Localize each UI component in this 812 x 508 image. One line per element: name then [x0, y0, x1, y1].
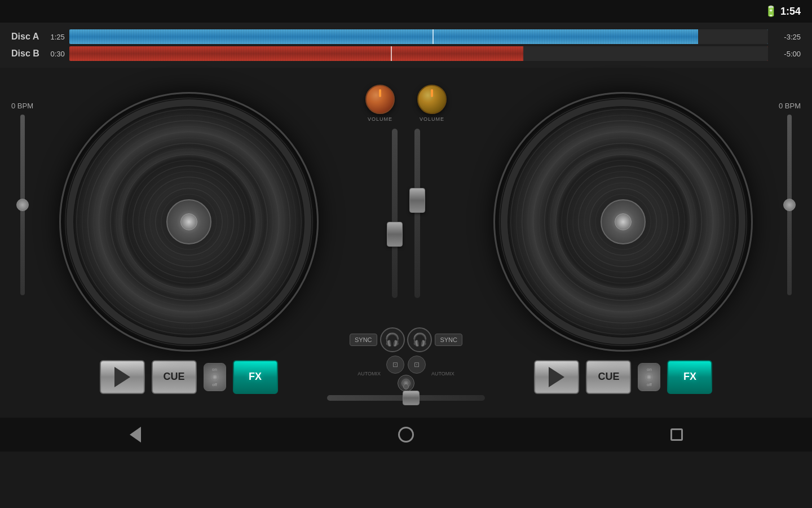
- left-cue-button[interactable]: CUE: [152, 360, 197, 394]
- mixer-section: VOLUME VOLUME SYNC: [344, 79, 468, 406]
- left-turntable-section: CUE on off FX: [59, 92, 319, 394]
- right-toggle-thumb: [645, 373, 653, 381]
- left-sync-group: SYNC: [350, 334, 377, 346]
- right-sync-group: 🎧: [407, 327, 432, 352]
- right-bpm-label: 0 BPM: [779, 102, 801, 110]
- left-turntable-center: [166, 199, 211, 244]
- right-turntable-platter[interactable]: [493, 92, 753, 352]
- disc-b-time: 0:30: [45, 50, 65, 58]
- waveform-a-bar[interactable]: [69, 29, 768, 44]
- waveform-area: Disc A Disc B 1:25 -3:25 0:30 -5:00: [0, 23, 812, 68]
- left-sync-button[interactable]: SYNC: [350, 334, 377, 346]
- right-volume-label: VOLUME: [420, 116, 444, 122]
- right-volume-knob[interactable]: [417, 85, 447, 114]
- left-volume-knob-container: VOLUME: [365, 85, 395, 122]
- right-toggle-on: on: [647, 367, 652, 372]
- right-center-cap: [615, 213, 632, 230]
- left-turntable-platter[interactable]: [59, 92, 319, 352]
- right-toggle-switch[interactable]: on off: [638, 363, 660, 391]
- nav-back-button[interactable]: [121, 421, 149, 449]
- status-time: 1:54: [780, 6, 801, 17]
- left-turntable-controls: CUE on off FX: [100, 360, 278, 394]
- nav-home-icon: [398, 427, 414, 443]
- right-fader-track[interactable]: [414, 129, 420, 298]
- right-turntable-section: CUE on off FX: [493, 92, 753, 394]
- right-play-icon: [549, 367, 564, 387]
- mixer-bottom: SYNC 🎧 🎧 SYNC AUTOMIX ⊡ ⊡: [344, 327, 468, 401]
- right-fader-thumb[interactable]: [409, 188, 425, 213]
- left-bpm-slider-thumb[interactable]: [16, 199, 29, 211]
- left-toggle-switch[interactable]: on off: [204, 363, 226, 391]
- nav-back-icon: [130, 427, 141, 443]
- waveform-row-b: 0:30 -5:00: [45, 46, 801, 61]
- left-fader-thumb[interactable]: [387, 222, 403, 247]
- disc-a-remaining: -3:25: [773, 33, 801, 41]
- right-headphone-button[interactable]: 🎧: [407, 327, 432, 352]
- right-bpm-slider-track[interactable]: [787, 115, 792, 295]
- right-bpm-slider-container: 0 BPM: [779, 102, 801, 384]
- left-toggle-thumb: [211, 373, 219, 381]
- volume-knobs: VOLUME VOLUME: [365, 85, 447, 122]
- disc-labels: Disc A Disc B: [11, 28, 39, 62]
- left-channel-fader: [392, 129, 398, 321]
- battery-icon: 🔋: [765, 5, 777, 17]
- disc-a-label: Disc A: [11, 32, 39, 42]
- left-volume-knob[interactable]: [365, 85, 395, 114]
- automix-row: AUTOMIX ⊡ ⊡ AUTOMIX: [358, 356, 454, 392]
- right-turntable[interactable]: [493, 92, 753, 352]
- left-bpm-label: 0 BPM: [11, 102, 33, 110]
- left-fx-button[interactable]: FX: [233, 360, 278, 394]
- waveforms-container: 1:25 -3:25 0:30 -5:00: [45, 29, 801, 61]
- right-sync-button[interactable]: SYNC: [435, 334, 462, 346]
- left-toggle-off: off: [212, 382, 217, 387]
- waveform-row-a: 1:25 -3:25: [45, 29, 801, 44]
- left-toggle-on: on: [212, 367, 217, 372]
- disc-b-remaining: -5:00: [773, 50, 801, 58]
- left-play-icon: [114, 367, 130, 387]
- left-headphone-button[interactable]: 🎧: [380, 327, 405, 352]
- status-bar: 🔋 1:54: [0, 0, 812, 23]
- right-bpm-slider-thumb[interactable]: [783, 199, 796, 211]
- right-turntable-center: [601, 199, 646, 244]
- nav-recents-button[interactable]: [663, 421, 691, 449]
- right-turntable-controls: CUE on off FX: [534, 360, 712, 394]
- left-bpm-slider-container: 0 BPM: [11, 102, 33, 384]
- right-channel-fader: [414, 129, 420, 321]
- right-automix-label: AUTOMIX: [431, 371, 454, 376]
- left-turntable[interactable]: [59, 92, 319, 352]
- left-play-button[interactable]: [100, 360, 145, 394]
- faders-row: [392, 129, 420, 321]
- left-volume-label: VOLUME: [368, 116, 392, 122]
- right-play-button[interactable]: [534, 360, 579, 394]
- headphone-row: SYNC 🎧 🎧 SYNC: [344, 327, 468, 352]
- left-bpm-slider-track[interactable]: [20, 115, 25, 295]
- disc-a-time: 1:25: [45, 33, 65, 41]
- small-disc-icon[interactable]: [398, 375, 414, 392]
- center-disc-controls: ⊡ ⊡: [386, 356, 426, 392]
- left-automix-label: AUTOMIX: [358, 371, 381, 376]
- right-cue-button[interactable]: CUE: [586, 360, 631, 394]
- crossfader-section: [344, 395, 468, 401]
- crossfader-thumb[interactable]: [403, 391, 420, 405]
- left-fader-track[interactable]: [392, 129, 398, 298]
- crossfader-track[interactable]: [327, 395, 485, 401]
- disc-b-label: Disc B: [11, 49, 39, 59]
- record-buttons-row: ⊡ ⊡: [386, 356, 426, 374]
- dj-main: 0 BPM: [0, 68, 812, 418]
- nav-bar: [0, 418, 812, 452]
- record-button-right[interactable]: ⊡: [408, 356, 426, 374]
- left-center-cap: [180, 213, 197, 230]
- right-volume-knob-container: VOLUME: [417, 85, 447, 122]
- nav-home-button[interactable]: [392, 421, 420, 449]
- right-fx-button[interactable]: FX: [667, 360, 712, 394]
- record-button-left[interactable]: ⊡: [386, 356, 404, 374]
- nav-recents-icon: [670, 428, 683, 441]
- right-toggle-off: off: [647, 382, 652, 387]
- waveform-b-bar[interactable]: [69, 46, 768, 61]
